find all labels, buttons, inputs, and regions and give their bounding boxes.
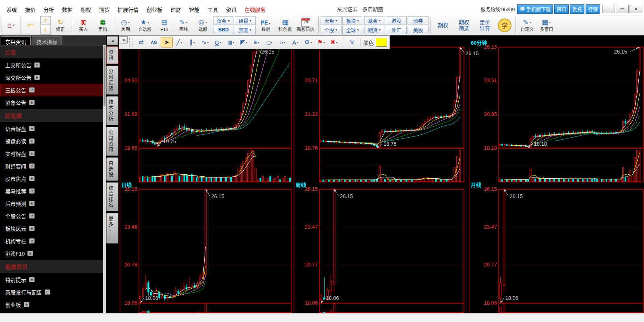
sidebar-item[interactable]: 紧急公告e	[0, 96, 103, 109]
sidebar-item[interactable]: 语音解盘e	[0, 122, 103, 135]
measure-icon[interactable]: ⇄	[135, 37, 147, 47]
gann-angle-icon[interactable]: AG	[148, 37, 160, 47]
panel-tab-0[interactable]: 资讯	[106, 46, 118, 64]
menu-item-1[interactable]: 报价	[21, 4, 39, 14]
menu-item-10[interactable]: 工具	[203, 4, 222, 14]
stock-pick-button[interactable]: ◎▼选股	[193, 16, 213, 35]
trade-button[interactable]: 委托	[570, 4, 584, 14]
sidebar-scrollbar[interactable]	[103, 45, 106, 313]
menu-item-6[interactable]: 扩展行情	[114, 4, 143, 14]
sector-global-buttons-row-0[interactable]: 板块▼	[342, 17, 363, 25]
panel-tab-3[interactable]: 公司资讯	[106, 127, 118, 156]
up-arrow-button[interactable]: ⇧	[40, 16, 51, 25]
mobile-download-button[interactable]: ☎手机版下载	[517, 4, 553, 14]
watchlist-button[interactable]: ★▼自选股	[135, 16, 155, 35]
parallel-line-icon[interactable]: ∥▼	[186, 37, 199, 47]
sidebar-item[interactable]: 上交所公告e	[0, 59, 103, 71]
panel-tab-4[interactable]: 自选股	[106, 157, 118, 181]
chart-weekly[interactable]: 26.1523.4720.7718.06周线18.0626.15	[296, 182, 464, 313]
menu-item-9[interactable]: 智能	[185, 4, 203, 14]
sidebar-tab-1[interactable]: 技术指标	[32, 36, 62, 45]
sidebar-item[interactable]: 机构专栏e	[0, 235, 103, 247]
minimize-button[interactable]: –	[602, 5, 615, 13]
chart-intraday-a[interactable]: 24.0021.8219.6519.7526.15	[124, 47, 291, 182]
drawbar-close-icon[interactable]: ✕	[120, 36, 128, 43]
ellipse-icon[interactable]: ○▼	[277, 37, 289, 47]
home-button[interactable]: ⌂▼	[2, 16, 21, 35]
sidebar-item[interactable]: 三板公告e	[0, 84, 103, 96]
close-button[interactable]: ✕	[630, 5, 642, 13]
collapse-pin-icon[interactable]: ◂	[107, 36, 118, 45]
customize-button[interactable]: ✎▼自定义	[518, 16, 537, 35]
news-button[interactable]: 资讯	[554, 4, 569, 14]
research-forecast-buttons-row-1[interactable]: 预测▼	[235, 26, 256, 34]
menu-item-2[interactable]: 分析	[39, 4, 58, 14]
sidebar-item[interactable]: 股市焦点e	[0, 172, 103, 185]
hk-forex-buttons-row-1[interactable]: 外汇	[386, 26, 407, 34]
sidebar-item[interactable]: 港澳资讯特别关注e	[0, 311, 103, 313]
chart-daily[interactable]: 26.1523.4620.7818.06日线18.0626.15	[121, 182, 291, 313]
pricing-calc-button[interactable]: 定价 计算	[474, 16, 495, 35]
buy-button[interactable]: 买买入	[74, 16, 93, 35]
market-stock-buttons-row-1[interactable]: 个股▼	[321, 26, 342, 34]
f10-button[interactable]: ▤F10	[155, 16, 174, 35]
funds-bbd-buttons-row-1[interactable]: BBD	[213, 26, 234, 34]
bond-us-buttons-row-0[interactable]: 债券	[408, 17, 429, 25]
gann-fan-icon[interactable]: ◤▼	[238, 37, 250, 47]
sidebar-item[interactable]: 板块风云e	[0, 222, 103, 235]
panel-tab-6[interactable]: 更多··	[106, 213, 118, 244]
quotes-button[interactable]: 行情	[586, 4, 600, 14]
menu-item-4[interactable]: 期权	[77, 4, 95, 14]
trend-line-icon[interactable]: ╱▼	[174, 37, 186, 47]
correct-button[interactable]: ↻修正	[51, 16, 70, 35]
bond-us-buttons-row-1[interactable]: 美股	[408, 26, 429, 34]
menu-item-8[interactable]: 理财	[166, 4, 185, 14]
fund-futures-buttons-row-1[interactable]: 期货▼	[364, 26, 385, 34]
sidebar-item[interactable]: 新股发行与配售e	[0, 286, 103, 298]
sidebar-item[interactable]: 操盘必读e	[0, 135, 103, 147]
star-market-button[interactable]: ▦科创板	[275, 16, 295, 35]
scale-icon[interactable]: ⇲	[346, 37, 358, 47]
chart-intraday-b[interactable]: 23.7121.2318.7618.7626.15	[304, 47, 478, 182]
sidebar-item[interactable]: 深交所公告e	[0, 71, 103, 84]
sidebar-item[interactable]: 黑马推荐e	[0, 185, 103, 197]
menu-item-12[interactable]: 在线服务	[240, 4, 269, 14]
menu-item-5[interactable]: 期货	[95, 4, 114, 14]
sidebar-item[interactable]: 特别提示e	[0, 273, 103, 286]
down-arrow-button[interactable]: ⇩	[40, 26, 51, 35]
drawbar-grip[interactable]	[129, 38, 133, 47]
sidebar-item[interactable]: 个股公告e	[0, 210, 103, 222]
menu-item-0[interactable]: 系统	[2, 4, 21, 14]
scrollbar-thumb[interactable]	[104, 46, 106, 106]
multi-window-button[interactable]: ▦▼多窗口	[537, 16, 556, 35]
market-stock-buttons-row-0[interactable]: 大盘▼	[321, 17, 342, 25]
sidebar-item[interactable]: 创业板e	[0, 298, 103, 311]
panel-tab-1[interactable]: 分时走势	[106, 66, 118, 95]
options-button[interactable]: 期权	[433, 16, 453, 35]
chart-60min[interactable]: 26.1523.5120.8518.1860分钟18.1826.15	[471, 40, 643, 182]
fund-futures-buttons-row-0[interactable]: 基金▼	[364, 17, 385, 25]
delete-icon[interactable]: ✖▼	[328, 37, 340, 47]
ipo-calendar-button[interactable]: 23新股日历	[295, 16, 317, 35]
menu-item-11[interactable]: 资讯	[222, 4, 240, 14]
sidebar-item[interactable]: 后市预测e	[0, 197, 103, 210]
flag-icon[interactable]: ⚑▼	[315, 37, 327, 47]
sell-button[interactable]: 卖卖出	[93, 16, 112, 35]
restore-button[interactable]: ▭	[616, 5, 629, 13]
panel-tab-5[interactable]: 综合排名	[106, 182, 118, 211]
menu-item-7[interactable]: 创业板	[143, 4, 166, 14]
back-button[interactable]: ⇦	[21, 16, 40, 35]
rectangle-icon[interactable]: □▼	[264, 37, 276, 47]
chart-monthly[interactable]: 26.1523.4720.7718.06月线18.0626.15	[470, 182, 643, 313]
research-forecast-buttons-row-0[interactable]: 研报▼	[235, 17, 256, 25]
sidebar-item[interactable]: 港澳F10e	[0, 247, 103, 260]
menu-item-3[interactable]: 数据	[58, 4, 77, 14]
sidebar-item[interactable]: 实时解盘e	[0, 147, 103, 160]
polyline-icon[interactable]: ∿▼	[199, 37, 211, 47]
settings-icon[interactable]: ⚙▼	[302, 37, 315, 47]
sidebar-tab-0[interactable]: 东兴资讯	[1, 36, 31, 45]
options-filter-button[interactable]: 期权 筛选	[453, 16, 474, 35]
period-button[interactable]: ◷▼周期	[116, 16, 135, 35]
funds-bbd-buttons-row-0[interactable]: 资金▼	[213, 17, 234, 25]
sector-global-buttons-row-1[interactable]: 全球▼	[342, 26, 363, 34]
